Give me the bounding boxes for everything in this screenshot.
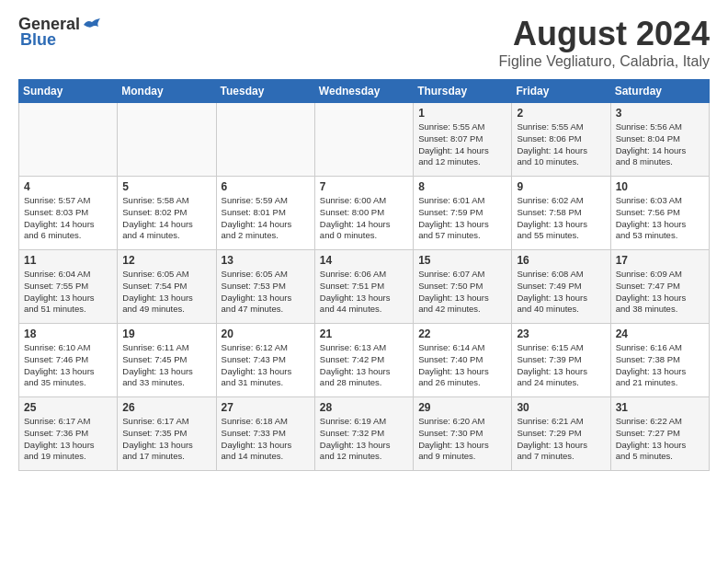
location-subtitle: Figline Vegliaturo, Calabria, Italy — [499, 53, 710, 70]
day-info: Sunrise: 6:08 AM Sunset: 7:49 PM Dayligh… — [517, 269, 605, 316]
col-header-friday: Friday — [512, 80, 610, 103]
day-info: Sunrise: 6:00 AM Sunset: 8:00 PM Dayligh… — [320, 195, 408, 242]
calendar-cell: 24Sunrise: 6:16 AM Sunset: 7:38 PM Dayli… — [610, 324, 709, 397]
day-number: 27 — [222, 401, 310, 414]
day-info: Sunrise: 6:22 AM Sunset: 7:27 PM Dayligh… — [616, 416, 704, 463]
day-number: 31 — [616, 401, 704, 414]
col-header-tuesday: Tuesday — [216, 80, 314, 103]
day-number: 24 — [616, 327, 704, 340]
calendar-cell: 17Sunrise: 6:09 AM Sunset: 7:47 PM Dayli… — [610, 250, 709, 324]
calendar-cell — [118, 103, 216, 177]
logo-blue: Blue — [20, 30, 56, 50]
day-info: Sunrise: 5:58 AM Sunset: 8:02 PM Dayligh… — [122, 195, 210, 242]
day-number: 17 — [616, 254, 704, 267]
day-info: Sunrise: 6:14 AM Sunset: 7:40 PM Dayligh… — [418, 342, 506, 389]
day-info: Sunrise: 5:55 AM Sunset: 8:06 PM Dayligh… — [517, 121, 605, 168]
day-number: 11 — [24, 254, 112, 267]
calendar-cell: 31Sunrise: 6:22 AM Sunset: 7:27 PM Dayli… — [610, 397, 709, 471]
week-row-2: 4Sunrise: 5:57 AM Sunset: 8:03 PM Daylig… — [19, 177, 710, 250]
col-header-thursday: Thursday — [414, 80, 512, 103]
calendar-cell: 25Sunrise: 6:17 AM Sunset: 7:36 PM Dayli… — [19, 397, 118, 471]
logo-bird-icon — [82, 17, 102, 32]
logo: General Blue — [18, 15, 102, 50]
col-header-sunday: Sunday — [19, 80, 118, 103]
day-number: 6 — [222, 180, 310, 193]
week-row-3: 11Sunrise: 6:04 AM Sunset: 7:55 PM Dayli… — [19, 250, 710, 324]
calendar-cell: 6Sunrise: 5:59 AM Sunset: 8:01 PM Daylig… — [216, 177, 314, 250]
calendar-cell: 27Sunrise: 6:18 AM Sunset: 7:33 PM Dayli… — [216, 397, 314, 471]
day-info: Sunrise: 6:17 AM Sunset: 7:36 PM Dayligh… — [24, 416, 112, 463]
calendar-cell: 29Sunrise: 6:20 AM Sunset: 7:30 PM Dayli… — [414, 397, 512, 471]
calendar-cell: 16Sunrise: 6:08 AM Sunset: 7:49 PM Dayli… — [512, 250, 610, 324]
day-info: Sunrise: 6:13 AM Sunset: 7:42 PM Dayligh… — [320, 342, 408, 389]
calendar-cell: 28Sunrise: 6:19 AM Sunset: 7:32 PM Dayli… — [314, 397, 413, 471]
day-info: Sunrise: 6:17 AM Sunset: 7:35 PM Dayligh… — [122, 416, 210, 463]
calendar-cell: 26Sunrise: 6:17 AM Sunset: 7:35 PM Dayli… — [118, 397, 216, 471]
day-info: Sunrise: 6:04 AM Sunset: 7:55 PM Dayligh… — [24, 269, 112, 316]
day-info: Sunrise: 6:09 AM Sunset: 7:47 PM Dayligh… — [616, 269, 704, 316]
calendar-cell: 18Sunrise: 6:10 AM Sunset: 7:46 PM Dayli… — [19, 324, 118, 397]
day-number: 21 — [320, 327, 408, 340]
day-info: Sunrise: 6:20 AM Sunset: 7:30 PM Dayligh… — [418, 416, 506, 463]
calendar-cell: 22Sunrise: 6:14 AM Sunset: 7:40 PM Dayli… — [414, 324, 512, 397]
day-info: Sunrise: 6:07 AM Sunset: 7:50 PM Dayligh… — [418, 269, 506, 316]
col-header-wednesday: Wednesday — [314, 80, 413, 103]
calendar-cell: 20Sunrise: 6:12 AM Sunset: 7:43 PM Dayli… — [216, 324, 314, 397]
day-info: Sunrise: 6:10 AM Sunset: 7:46 PM Dayligh… — [24, 342, 112, 389]
page-header: General Blue August 2024 Figline Vegliat… — [18, 15, 710, 70]
day-info: Sunrise: 6:19 AM Sunset: 7:32 PM Dayligh… — [320, 416, 408, 463]
calendar-cell: 2Sunrise: 5:55 AM Sunset: 8:06 PM Daylig… — [512, 103, 610, 177]
day-number: 26 — [122, 401, 210, 414]
day-info: Sunrise: 6:12 AM Sunset: 7:43 PM Dayligh… — [222, 342, 310, 389]
week-row-5: 25Sunrise: 6:17 AM Sunset: 7:36 PM Dayli… — [19, 397, 710, 471]
calendar-cell: 4Sunrise: 5:57 AM Sunset: 8:03 PM Daylig… — [19, 177, 118, 250]
calendar-cell: 13Sunrise: 6:05 AM Sunset: 7:53 PM Dayli… — [216, 250, 314, 324]
day-info: Sunrise: 6:03 AM Sunset: 7:56 PM Dayligh… — [616, 195, 704, 242]
day-number: 4 — [24, 180, 112, 193]
day-info: Sunrise: 6:02 AM Sunset: 7:58 PM Dayligh… — [517, 195, 605, 242]
day-info: Sunrise: 6:16 AM Sunset: 7:38 PM Dayligh… — [616, 342, 704, 389]
day-info: Sunrise: 5:57 AM Sunset: 8:03 PM Dayligh… — [24, 195, 112, 242]
day-number: 15 — [418, 254, 506, 267]
calendar-cell — [314, 103, 413, 177]
day-number: 8 — [418, 180, 506, 193]
day-info: Sunrise: 6:15 AM Sunset: 7:39 PM Dayligh… — [517, 342, 605, 389]
calendar-cell — [19, 103, 118, 177]
day-info: Sunrise: 5:59 AM Sunset: 8:01 PM Dayligh… — [222, 195, 310, 242]
day-number: 12 — [122, 254, 210, 267]
day-number: 1 — [418, 107, 506, 120]
day-number: 5 — [122, 180, 210, 193]
calendar-cell — [216, 103, 314, 177]
day-info: Sunrise: 5:55 AM Sunset: 8:07 PM Dayligh… — [418, 121, 506, 168]
day-info: Sunrise: 6:01 AM Sunset: 7:59 PM Dayligh… — [418, 195, 506, 242]
day-info: Sunrise: 6:05 AM Sunset: 7:53 PM Dayligh… — [222, 269, 310, 316]
calendar-cell: 12Sunrise: 6:05 AM Sunset: 7:54 PM Dayli… — [118, 250, 216, 324]
day-number: 23 — [517, 327, 605, 340]
week-row-4: 18Sunrise: 6:10 AM Sunset: 7:46 PM Dayli… — [19, 324, 710, 397]
day-info: Sunrise: 5:56 AM Sunset: 8:04 PM Dayligh… — [616, 121, 704, 168]
day-number: 16 — [517, 254, 605, 267]
day-number: 25 — [24, 401, 112, 414]
col-header-saturday: Saturday — [610, 80, 709, 103]
calendar-cell: 23Sunrise: 6:15 AM Sunset: 7:39 PM Dayli… — [512, 324, 610, 397]
day-number: 30 — [517, 401, 605, 414]
day-number: 9 — [517, 180, 605, 193]
day-info: Sunrise: 6:21 AM Sunset: 7:29 PM Dayligh… — [517, 416, 605, 463]
day-info: Sunrise: 6:11 AM Sunset: 7:45 PM Dayligh… — [122, 342, 210, 389]
day-number: 13 — [222, 254, 310, 267]
calendar-cell: 10Sunrise: 6:03 AM Sunset: 7:56 PM Dayli… — [610, 177, 709, 250]
calendar-cell: 14Sunrise: 6:06 AM Sunset: 7:51 PM Dayli… — [314, 250, 413, 324]
calendar-table: SundayMondayTuesdayWednesdayThursdayFrid… — [18, 79, 710, 471]
day-number: 28 — [320, 401, 408, 414]
day-number: 3 — [616, 107, 704, 120]
month-year-title: August 2024 — [499, 15, 710, 53]
calendar-cell: 15Sunrise: 6:07 AM Sunset: 7:50 PM Dayli… — [414, 250, 512, 324]
calendar-cell: 19Sunrise: 6:11 AM Sunset: 7:45 PM Dayli… — [118, 324, 216, 397]
day-number: 7 — [320, 180, 408, 193]
calendar-cell: 30Sunrise: 6:21 AM Sunset: 7:29 PM Dayli… — [512, 397, 610, 471]
calendar-cell: 8Sunrise: 6:01 AM Sunset: 7:59 PM Daylig… — [414, 177, 512, 250]
day-number: 20 — [222, 327, 310, 340]
calendar-cell: 3Sunrise: 5:56 AM Sunset: 8:04 PM Daylig… — [610, 103, 709, 177]
calendar-cell: 11Sunrise: 6:04 AM Sunset: 7:55 PM Dayli… — [19, 250, 118, 324]
calendar-cell: 5Sunrise: 5:58 AM Sunset: 8:02 PM Daylig… — [118, 177, 216, 250]
